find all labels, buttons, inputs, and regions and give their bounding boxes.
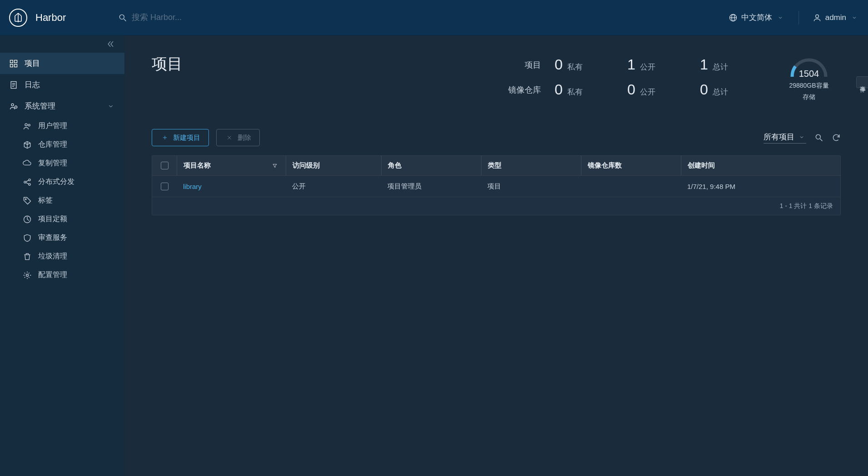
stats-row1-label: 项目 — [508, 60, 541, 70]
sidebar-item-users[interactable]: 用户管理 — [14, 117, 124, 135]
svg-point-17 — [28, 124, 30, 126]
storage-label: 存储 — [803, 92, 815, 102]
stats-projects-public: 1 公开 — [627, 56, 686, 73]
table-footer: 1 - 1 共计 1 条记录 — [152, 197, 840, 215]
cloud-sync-icon — [23, 159, 32, 168]
projects-icon — [9, 59, 18, 68]
column-header-type[interactable]: 类型 — [481, 156, 581, 175]
stats-repos-private: 0 私有 — [555, 81, 614, 98]
main-content: 项目 项目 0 私有 1 公开 1 总计 — [124, 35, 868, 476]
sidebar-item-label: 仓库管理 — [38, 140, 67, 149]
select-all-checkbox[interactable] — [161, 162, 169, 169]
header-right: 中文简体 admin — [729, 11, 859, 25]
stats-value: 0 — [700, 81, 708, 98]
refresh-icon[interactable] — [832, 133, 841, 142]
svg-line-22 — [26, 182, 29, 183]
chevron-down-icon — [850, 13, 859, 22]
rail-label: 事件 — [859, 81, 866, 83]
search-icon[interactable] — [814, 133, 823, 142]
project-filter-select[interactable]: 所有项目 — [764, 132, 806, 144]
column-header-access[interactable]: 访问级别 — [286, 156, 381, 175]
storage-widget: 1504 29880GB容量 存储 — [777, 56, 841, 102]
sidebar-item-replication[interactable]: 复制管理 — [14, 154, 124, 173]
storage-gauge: 1504 — [789, 56, 829, 79]
button-label: 删除 — [238, 134, 251, 142]
sidebar-item-interrogation[interactable]: 审查服务 — [14, 228, 124, 247]
svg-rect-9 — [15, 64, 17, 67]
stats-sublabel: 私有 — [567, 87, 583, 97]
language-switcher[interactable]: 中文简体 — [729, 12, 785, 23]
svg-rect-6 — [10, 60, 13, 63]
project-link[interactable]: library — [183, 183, 202, 190]
cell-created: 1/7/21, 9:48 PM — [681, 176, 840, 197]
svg-rect-7 — [15, 60, 17, 63]
cell-access: 公开 — [286, 176, 381, 197]
sidebar-item-distribution[interactable]: 分布式分发 — [14, 173, 124, 191]
table-toolbar: 新建项目 删除 所有项目 — [152, 129, 841, 146]
sidebar-item-logs[interactable]: 日志 — [0, 74, 124, 95]
sidebar: 项目 日志 系统管理 用户管理 — [0, 35, 124, 476]
users-icon — [23, 122, 32, 131]
svg-rect-8 — [10, 64, 13, 67]
brand-text: Harbor — [35, 12, 66, 24]
svg-line-33 — [820, 139, 823, 141]
stats-repos-total: 0 总计 — [700, 81, 759, 98]
sidebar-item-projects[interactable]: 项目 — [0, 53, 124, 74]
cube-icon — [23, 140, 32, 149]
svg-point-15 — [15, 106, 17, 108]
sidebar-item-labels[interactable]: 标签 — [14, 191, 124, 210]
svg-line-21 — [26, 180, 29, 181]
table-row: library 公开 项目管理员 项目 1/7/21, 9:48 PM — [152, 176, 840, 197]
cell-repos — [581, 176, 681, 197]
collapse-icon[interactable] — [106, 40, 115, 49]
plus-icon — [160, 133, 169, 142]
sidebar-item-label: 标签 — [38, 196, 53, 205]
stats-value: 0 — [555, 81, 563, 98]
chevron-down-icon — [797, 133, 806, 142]
events-rail-tab[interactable]: 事件 — [856, 76, 868, 88]
sidebar-item-label: 复制管理 — [38, 159, 67, 168]
stats-value: 1 — [627, 56, 635, 73]
sidebar-item-gc[interactable]: 垃圾清理 — [14, 247, 124, 266]
trash-icon — [23, 252, 32, 261]
stats-row: 项目 0 私有 1 公开 1 总计 镜像仓库 0 — [152, 56, 841, 102]
column-header-name[interactable]: 项目名称 — [177, 156, 286, 175]
user-label: admin — [825, 13, 846, 22]
stats-sublabel: 总计 — [713, 62, 728, 72]
cell-role: 项目管理员 — [381, 176, 481, 197]
column-label: 访问级别 — [293, 161, 320, 170]
stats-value: 0 — [627, 81, 635, 98]
new-project-button[interactable]: 新建项目 — [152, 129, 209, 146]
search-box[interactable] — [118, 13, 436, 22]
delete-button[interactable]: 删除 — [216, 129, 260, 146]
column-header-repos[interactable]: 镜像仓库数 — [581, 156, 681, 175]
column-header-created[interactable]: 创建时间 — [681, 156, 840, 175]
sidebar-item-admin[interactable]: 系统管理 — [0, 95, 124, 117]
sidebar-item-label: 分布式分发 — [38, 177, 74, 187]
stats-sublabel: 公开 — [640, 87, 655, 97]
cell-name: library — [177, 176, 286, 197]
chevron-down-icon — [776, 13, 785, 22]
button-label: 新建项目 — [173, 134, 200, 142]
quota-icon — [23, 215, 32, 224]
column-label: 类型 — [488, 161, 501, 170]
gauge-value: 1504 — [789, 69, 829, 79]
share-icon — [23, 178, 32, 187]
svg-point-16 — [25, 124, 27, 126]
column-label: 创建时间 — [688, 161, 715, 170]
sidebar-item-config[interactable]: 配置管理 — [14, 266, 124, 284]
row-checkbox[interactable] — [161, 183, 169, 190]
user-icon — [813, 13, 822, 22]
sidebar-item-quotas[interactable]: 项目定额 — [14, 210, 124, 228]
stats-projects-private: 0 私有 — [555, 56, 614, 73]
storage-capacity: 29880GB容量 — [789, 81, 828, 90]
sidebar-item-label: 配置管理 — [38, 270, 67, 280]
search-input[interactable] — [132, 13, 436, 22]
sidebar-item-label: 审查服务 — [38, 233, 67, 243]
toolbar-right: 所有项目 — [764, 132, 841, 144]
sidebar-item-registries[interactable]: 仓库管理 — [14, 135, 124, 154]
user-menu[interactable]: admin — [813, 13, 859, 22]
filter-icon[interactable] — [270, 161, 279, 170]
column-header-role[interactable]: 角色 — [381, 156, 481, 175]
stats-value: 1 — [700, 56, 708, 73]
